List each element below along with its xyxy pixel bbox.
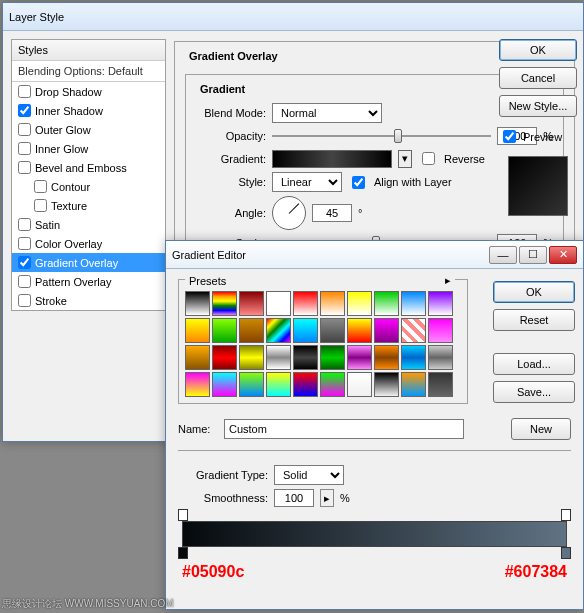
style-select[interactable]: Linear bbox=[272, 172, 342, 192]
styles-header[interactable]: Styles bbox=[12, 40, 165, 61]
preset-swatch[interactable] bbox=[428, 372, 453, 397]
deg-label: ° bbox=[358, 207, 362, 219]
preset-swatch[interactable] bbox=[212, 291, 237, 316]
preset-swatch[interactable] bbox=[401, 318, 426, 343]
preset-swatch[interactable] bbox=[185, 372, 210, 397]
style-row-pattern-overlay[interactable]: Pattern Overlay bbox=[12, 272, 165, 291]
blending-options[interactable]: Blending Options: Default bbox=[12, 61, 165, 82]
preset-swatch[interactable] bbox=[185, 318, 210, 343]
preset-swatch[interactable] bbox=[320, 318, 345, 343]
opacity-stop-right[interactable] bbox=[561, 509, 571, 521]
style-checkbox[interactable] bbox=[18, 237, 31, 250]
preset-swatch[interactable] bbox=[212, 318, 237, 343]
minimize-icon[interactable]: — bbox=[489, 246, 517, 264]
style-row-contour[interactable]: Contour bbox=[12, 177, 165, 196]
color-stop-left[interactable] bbox=[178, 547, 188, 559]
style-checkbox[interactable] bbox=[18, 85, 31, 98]
style-row-outer-glow[interactable]: Outer Glow bbox=[12, 120, 165, 139]
ge-ok-button[interactable]: OK bbox=[493, 281, 575, 303]
preset-swatch[interactable] bbox=[293, 291, 318, 316]
preset-swatch[interactable] bbox=[374, 345, 399, 370]
style-checkbox[interactable] bbox=[18, 161, 31, 174]
style-checkbox[interactable] bbox=[18, 294, 31, 307]
preset-swatch[interactable] bbox=[212, 345, 237, 370]
style-row-gradient-overlay[interactable]: Gradient Overlay bbox=[12, 253, 165, 272]
preset-swatch[interactable] bbox=[347, 345, 372, 370]
preset-swatch[interactable] bbox=[185, 345, 210, 370]
smooth-arrow-icon[interactable]: ▸ bbox=[320, 489, 334, 507]
preset-swatch[interactable] bbox=[401, 345, 426, 370]
preset-swatch[interactable] bbox=[185, 291, 210, 316]
ge-titlebar[interactable]: Gradient Editor — ☐ ✕ bbox=[166, 241, 583, 269]
style-row-stroke[interactable]: Stroke bbox=[12, 291, 165, 310]
style-checkbox[interactable] bbox=[18, 256, 31, 269]
style-checkbox[interactable] bbox=[18, 275, 31, 288]
preset-swatch[interactable] bbox=[266, 318, 291, 343]
close-icon[interactable]: ✕ bbox=[549, 246, 577, 264]
cancel-button[interactable]: Cancel bbox=[499, 67, 577, 89]
gradient-dropdown[interactable]: ▾ bbox=[398, 150, 412, 168]
style-checkbox[interactable] bbox=[34, 180, 47, 193]
maximize-icon[interactable]: ☐ bbox=[519, 246, 547, 264]
style-row-color-overlay[interactable]: Color Overlay bbox=[12, 234, 165, 253]
preset-swatch[interactable] bbox=[266, 345, 291, 370]
preset-swatch[interactable] bbox=[428, 291, 453, 316]
gradient-swatch[interactable] bbox=[272, 150, 392, 168]
preset-swatch[interactable] bbox=[266, 372, 291, 397]
preset-swatch[interactable] bbox=[239, 345, 264, 370]
preview-checkbox[interactable] bbox=[503, 130, 516, 143]
preset-swatch[interactable] bbox=[401, 372, 426, 397]
preset-swatch[interactable] bbox=[293, 372, 318, 397]
preset-swatch[interactable] bbox=[374, 291, 399, 316]
ok-button[interactable]: OK bbox=[499, 39, 577, 61]
preset-swatch[interactable] bbox=[428, 345, 453, 370]
preset-swatch[interactable] bbox=[374, 372, 399, 397]
preset-swatch[interactable] bbox=[320, 372, 345, 397]
preset-swatch[interactable] bbox=[293, 318, 318, 343]
opacity-slider[interactable] bbox=[272, 127, 491, 145]
preset-swatch[interactable] bbox=[320, 345, 345, 370]
presets-menu-icon[interactable]: ▸ bbox=[445, 274, 451, 287]
preset-swatch[interactable] bbox=[239, 291, 264, 316]
style-row-inner-glow[interactable]: Inner Glow bbox=[12, 139, 165, 158]
opacity-stop-left[interactable] bbox=[178, 509, 188, 521]
titlebar[interactable]: Layer Style bbox=[3, 3, 583, 31]
preset-swatch[interactable] bbox=[293, 345, 318, 370]
gradient-bar[interactable] bbox=[182, 521, 567, 547]
preset-swatch[interactable] bbox=[266, 291, 291, 316]
align-checkbox[interactable] bbox=[352, 176, 365, 189]
ge-reset-button[interactable]: Reset bbox=[493, 309, 575, 331]
style-checkbox[interactable] bbox=[18, 218, 31, 231]
preset-swatch[interactable] bbox=[239, 372, 264, 397]
smooth-value[interactable]: 100 bbox=[274, 489, 314, 507]
new-button[interactable]: New bbox=[511, 418, 571, 440]
style-row-satin[interactable]: Satin bbox=[12, 215, 165, 234]
preset-swatch[interactable] bbox=[374, 318, 399, 343]
preset-swatch[interactable] bbox=[428, 318, 453, 343]
new-style-button[interactable]: New Style... bbox=[499, 95, 577, 117]
preset-swatch[interactable] bbox=[212, 372, 237, 397]
style-row-inner-shadow[interactable]: Inner Shadow bbox=[12, 101, 165, 120]
preset-swatch[interactable] bbox=[347, 291, 372, 316]
ge-save-button[interactable]: Save... bbox=[493, 381, 575, 403]
angle-dial[interactable] bbox=[272, 196, 306, 230]
style-checkbox[interactable] bbox=[18, 104, 31, 117]
preset-swatch[interactable] bbox=[320, 291, 345, 316]
style-row-texture[interactable]: Texture bbox=[12, 196, 165, 215]
name-input[interactable] bbox=[224, 419, 464, 439]
style-checkbox[interactable] bbox=[18, 123, 31, 136]
type-select[interactable]: Solid bbox=[274, 465, 344, 485]
preset-swatch[interactable] bbox=[347, 318, 372, 343]
style-row-bevel-and-emboss[interactable]: Bevel and Emboss bbox=[12, 158, 165, 177]
blend-mode-select[interactable]: Normal bbox=[272, 103, 382, 123]
preset-swatch[interactable] bbox=[239, 318, 264, 343]
style-row-drop-shadow[interactable]: Drop Shadow bbox=[12, 82, 165, 101]
style-checkbox[interactable] bbox=[18, 142, 31, 155]
angle-value[interactable]: 45 bbox=[312, 204, 352, 222]
reverse-checkbox[interactable] bbox=[422, 152, 435, 165]
color-stop-right[interactable] bbox=[561, 547, 571, 559]
ge-load-button[interactable]: Load... bbox=[493, 353, 575, 375]
preset-swatch[interactable] bbox=[401, 291, 426, 316]
style-checkbox[interactable] bbox=[34, 199, 47, 212]
preset-swatch[interactable] bbox=[347, 372, 372, 397]
